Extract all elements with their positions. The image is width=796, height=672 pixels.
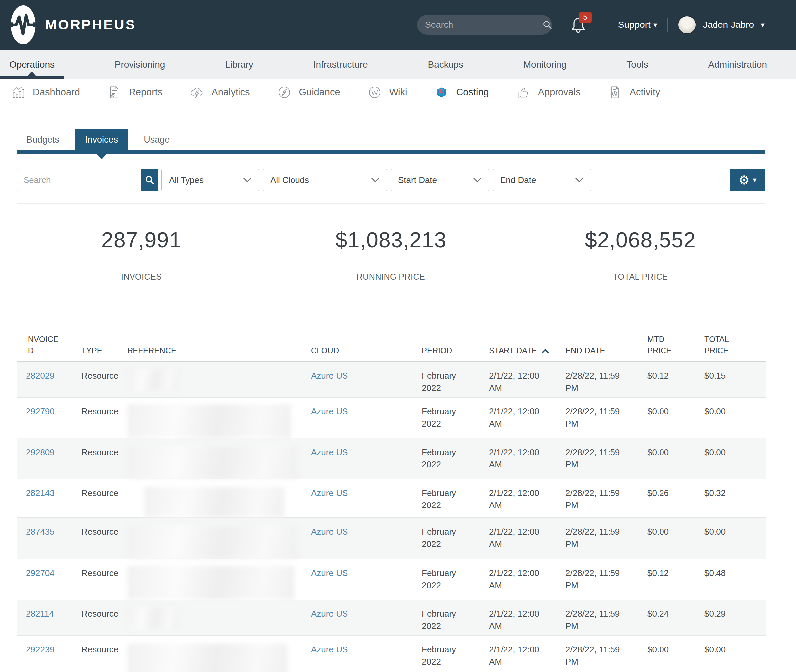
sub-nav-item-guidance[interactable]: Guidance <box>278 86 340 99</box>
main-nav-label: Operations <box>9 59 55 70</box>
main-nav-item-administration[interactable]: Administration <box>699 50 776 79</box>
column-header-period[interactable]: PERIOD <box>422 334 489 362</box>
redacted-reference <box>144 487 284 517</box>
cloud-link[interactable]: Azure US <box>311 609 348 619</box>
main-nav-item-backups[interactable]: Backups <box>418 50 472 79</box>
table-row[interactable]: 292239ResourceAzure USFebruary 20222/1/2… <box>16 635 766 672</box>
chevron-down-icon: ▾ <box>761 21 764 29</box>
column-header-mtd_price[interactable]: MTDPRICE <box>647 334 704 362</box>
start-date-filter-select[interactable]: Start Date <box>390 169 489 191</box>
mtd-price-cell: $0.12 <box>647 559 704 600</box>
start-date-cell: 2/1/22, 12:00 AM <box>489 479 565 518</box>
notification-badge: 5 <box>579 11 592 23</box>
end-date-cell: 2/28/22, 11:59 PM <box>565 518 647 559</box>
main-nav-item-operations[interactable]: Operations <box>0 50 64 79</box>
search-button[interactable] <box>141 169 158 191</box>
column-header-total_price[interactable]: TOTALPRICE <box>704 334 766 362</box>
cloud-link[interactable]: Azure US <box>311 488 348 498</box>
column-header-line: PRICE <box>704 345 752 356</box>
sub-nav-item-costing[interactable]: Costing <box>435 86 489 99</box>
main-nav-item-provisioning[interactable]: Provisioning <box>105 50 175 79</box>
sub-nav-label: Analytics <box>211 87 250 98</box>
mtd-price-cell: $0.00 <box>647 398 704 438</box>
table-row[interactable]: 282114ResourceAzure USFebruary 20222/1/2… <box>16 600 766 635</box>
tab-usage[interactable]: Usage <box>134 129 180 150</box>
reference-cell <box>127 438 311 479</box>
brand[interactable]: MORPHEUS <box>10 5 136 45</box>
column-header-line: INVOICE <box>26 334 68 345</box>
brand-name: MORPHEUS <box>45 17 136 33</box>
tab-invoices[interactable]: Invoices <box>75 129 128 150</box>
stat-invoices: 287,991INVOICES <box>16 227 266 282</box>
support-menu[interactable]: Support ▾ <box>618 19 657 30</box>
invoice-id-link[interactable]: 282029 <box>26 371 55 381</box>
column-header-end_date[interactable]: END DATE <box>565 334 647 362</box>
period-cell: February 2022 <box>422 438 489 479</box>
sub-nav-item-dashboard[interactable]: Dashboard <box>11 86 80 99</box>
invoice-search-input[interactable] <box>16 169 141 191</box>
column-header-type[interactable]: TYPE <box>82 334 127 362</box>
cloud-link[interactable]: Azure US <box>311 645 348 654</box>
main-nav-item-infrastructure[interactable]: Infrastructure <box>304 50 377 79</box>
column-header-reference[interactable]: REFERENCE <box>127 334 311 362</box>
sub-nav-label: Guidance <box>299 87 340 98</box>
chevron-down-icon: ▾ <box>753 176 757 184</box>
main-nav-item-tools[interactable]: Tools <box>617 50 657 79</box>
type-filter-select[interactable]: All Types <box>161 169 259 191</box>
invoice-id-cell: 282029 <box>16 362 82 398</box>
mtd-price-cell: $0.12 <box>647 362 704 398</box>
total-price-cell: $0.00 <box>704 438 766 479</box>
table-row[interactable]: 292809ResourceAzure USFebruary 20222/1/2… <box>16 438 766 479</box>
redacted-reference <box>127 566 294 600</box>
sub-nav-item-analytics[interactable]: Analytics <box>190 86 250 99</box>
table-settings-button[interactable]: ⚙ ▾ <box>730 169 765 191</box>
global-search-input[interactable] <box>425 20 542 30</box>
column-header-line: END DATE <box>565 345 634 356</box>
invoice-id-link[interactable]: 292790 <box>26 406 55 416</box>
user-menu[interactable]: Jaden Jabro ▾ <box>678 16 764 34</box>
table-row[interactable]: 292790ResourceAzure USFebruary 20222/1/2… <box>16 398 766 438</box>
sub-nav-item-activity[interactable]: Activity <box>608 86 660 99</box>
sub-nav-item-reports[interactable]: Reports <box>108 86 163 99</box>
invoice-id-link[interactable]: 282143 <box>26 488 55 498</box>
sub-nav-item-wiki[interactable]: Wiki <box>368 86 408 99</box>
sub-nav-item-approvals[interactable]: Approvals <box>517 86 581 99</box>
end-date-filter-select[interactable]: End Date <box>493 169 591 191</box>
search-icon[interactable] <box>542 20 552 30</box>
chevron-down-icon: ▾ <box>653 21 657 29</box>
redacted-reference <box>127 643 287 672</box>
table-row[interactable]: 282143ResourceAzure USFebruary 20222/1/2… <box>16 479 766 518</box>
cloud-link[interactable]: Azure US <box>311 371 348 381</box>
top-header: MORPHEUS 5 Support ▾ Jaden Jabro ▾ <box>0 0 796 50</box>
main-nav-item-library[interactable]: Library <box>216 50 263 79</box>
start-date-cell: 2/1/22, 12:00 AM <box>489 635 565 672</box>
cloud-link[interactable]: Azure US <box>311 447 348 457</box>
main-nav-label: Administration <box>708 59 767 70</box>
cloud-link[interactable]: Azure US <box>311 406 348 416</box>
invoice-id-link[interactable]: 292239 <box>26 645 55 654</box>
table-row[interactable]: 292704ResourceAzure USFebruary 20222/1/2… <box>16 559 766 600</box>
main-nav-item-monitoring[interactable]: Monitoring <box>514 50 576 79</box>
user-name: Jaden Jabro <box>703 19 754 30</box>
column-header-cloud[interactable]: CLOUD <box>311 334 422 362</box>
notifications-button[interactable]: 5 <box>571 16 586 34</box>
column-header-start_date[interactable]: START DATE <box>489 334 565 362</box>
cloud-link[interactable]: Azure US <box>311 568 348 578</box>
end-date-cell: 2/28/22, 11:59 PM <box>565 398 647 438</box>
invoice-id-link[interactable]: 292704 <box>26 568 55 578</box>
table-row[interactable]: 282029ResourceAzure USFebruary 20222/1/2… <box>16 362 766 398</box>
invoice-id-link[interactable]: 292809 <box>26 447 55 457</box>
cloud-link[interactable]: Azure US <box>311 527 348 537</box>
invoice-id-link[interactable]: 287435 <box>26 527 55 537</box>
table-header-row: INVOICEIDTYPEREFERENCECLOUDPERIODSTART D… <box>16 334 766 362</box>
period-cell: February 2022 <box>422 518 489 559</box>
cloud-filter-select[interactable]: All Clouds <box>263 169 387 191</box>
header-divider <box>667 18 668 32</box>
invoice-id-link[interactable]: 282114 <box>26 609 54 619</box>
redacted-reference <box>127 446 298 479</box>
column-header-line: START DATE <box>489 345 552 356</box>
type-cell: Resource <box>82 398 127 438</box>
column-header-invoice_id[interactable]: INVOICEID <box>16 334 82 362</box>
tab-budgets[interactable]: Budgets <box>16 129 69 150</box>
table-row[interactable]: 287435ResourceAzure USFebruary 20222/1/2… <box>16 518 766 559</box>
